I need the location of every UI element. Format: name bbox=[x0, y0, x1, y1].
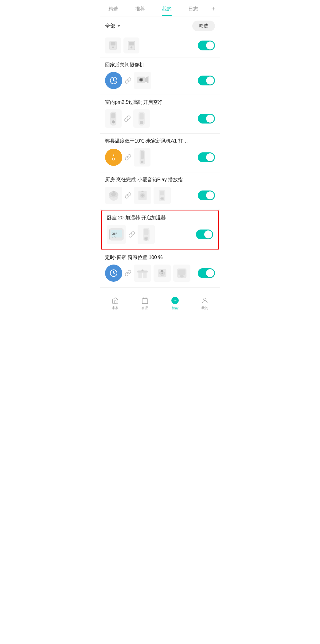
svg-line-49 bbox=[114, 273, 115, 274]
link-icon-6 bbox=[125, 270, 131, 277]
automation-row-3 bbox=[105, 148, 215, 167]
automation-toggle-4[interactable] bbox=[198, 190, 215, 200]
partial-automation-item bbox=[100, 35, 220, 57]
automation-toggle[interactable] bbox=[198, 41, 215, 50]
svg-rect-30 bbox=[113, 191, 115, 193]
svg-point-5 bbox=[131, 46, 132, 48]
svg-rect-17 bbox=[139, 113, 143, 120]
automation-row-4 bbox=[105, 187, 215, 204]
tab-jingxuan[interactable]: 精选 bbox=[100, 6, 127, 16]
tab-wode[interactable]: 我的 bbox=[153, 6, 180, 16]
device-list-2 bbox=[105, 109, 150, 128]
automation-item-2: 室内pm2.5过高时开启空净 bbox=[100, 95, 220, 134]
automation-title-1: 回家后关闭摄像机 bbox=[105, 62, 215, 68]
trigger-icon-clock-2 bbox=[105, 265, 122, 282]
device-air-purifier bbox=[133, 109, 150, 128]
automation-toggle-2[interactable] bbox=[198, 114, 215, 124]
svg-rect-60 bbox=[178, 269, 185, 275]
svg-point-29 bbox=[111, 193, 116, 196]
trigger-icon-clock bbox=[105, 72, 122, 89]
svg-point-25 bbox=[141, 161, 143, 163]
category-filter[interactable]: 全部 bbox=[105, 22, 120, 29]
svg-rect-56 bbox=[161, 270, 162, 272]
bottom-nav: 米家 有品 智能 我的 bbox=[100, 294, 220, 315]
svg-point-22 bbox=[113, 158, 115, 160]
tab-tuijian[interactable]: 推荐 bbox=[127, 6, 154, 16]
automation-title-3: 郸县温度低于10℃-米家新风机A1 打… bbox=[105, 138, 215, 144]
tab-rizhi[interactable]: 日志 bbox=[180, 6, 207, 16]
svg-rect-57 bbox=[162, 270, 163, 272]
device-ventilator bbox=[134, 148, 150, 167]
tab-add[interactable]: + bbox=[207, 5, 220, 17]
svg-point-58 bbox=[161, 272, 163, 274]
automation-item-4: 厨房 烹饪完成-小爱音箱Play 播放指… bbox=[100, 172, 220, 210]
svg-rect-63 bbox=[142, 299, 148, 304]
device-list-5: 26° 37% bbox=[107, 225, 155, 244]
device-temp-sensor: 26° 37% bbox=[107, 225, 126, 244]
svg-rect-4 bbox=[129, 42, 134, 45]
device-icon-2 bbox=[123, 37, 139, 53]
svg-rect-44 bbox=[144, 229, 148, 235]
automation-item-3: 郸县温度低于10℃-米家新风机A1 打… bbox=[100, 134, 220, 172]
automation-toggle-3[interactable] bbox=[198, 152, 215, 162]
home-icon bbox=[111, 296, 119, 304]
svg-point-33 bbox=[141, 194, 144, 197]
bnav-home[interactable]: 米家 bbox=[100, 296, 130, 310]
automation-toggle-6[interactable] bbox=[198, 268, 215, 278]
automation-title-4: 厨房 烹饪完成-小爱音箱Play 播放指… bbox=[105, 177, 215, 183]
svg-rect-14 bbox=[111, 113, 115, 119]
automation-item-5: 卧室 20-加湿器 开启加湿器 26° 37% bbox=[101, 210, 219, 250]
svg-point-66 bbox=[174, 300, 175, 301]
device-list-3 bbox=[105, 148, 150, 167]
svg-rect-51 bbox=[138, 273, 142, 278]
chevron-down-icon bbox=[117, 25, 120, 27]
filter-bar: 全部 筛选 bbox=[100, 17, 220, 35]
device-plug bbox=[154, 265, 171, 282]
bnav-profile[interactable]: 我的 bbox=[190, 296, 220, 310]
device-list-1 bbox=[105, 72, 151, 89]
device-speaker-1 bbox=[134, 187, 151, 204]
device-list bbox=[105, 37, 139, 53]
svg-rect-62 bbox=[114, 301, 116, 303]
automation-title-2: 室内pm2.5过高时开启空净 bbox=[105, 99, 215, 106]
svg-point-2 bbox=[112, 46, 114, 48]
smart-icon bbox=[171, 296, 179, 304]
link-icon-4 bbox=[125, 192, 131, 199]
automation-item-1: 回家后关闭摄像机 bbox=[100, 57, 220, 95]
bnav-shop[interactable]: 有品 bbox=[130, 296, 160, 310]
bnav-shop-label: 有品 bbox=[142, 306, 148, 310]
svg-marker-12 bbox=[145, 76, 149, 83]
automation-toggle-1[interactable] bbox=[198, 76, 215, 85]
filter-button[interactable]: 筛选 bbox=[192, 21, 215, 31]
svg-point-18 bbox=[140, 121, 143, 124]
automation-row-2 bbox=[105, 109, 215, 128]
automation-row-5: 26° 37% bbox=[107, 225, 213, 244]
bnav-smart[interactable]: 智能 bbox=[160, 296, 190, 310]
svg-rect-53 bbox=[142, 269, 144, 271]
svg-line-8 bbox=[114, 80, 115, 81]
device-camera bbox=[134, 72, 151, 89]
svg-rect-36 bbox=[160, 191, 164, 195]
link-icon-2 bbox=[124, 115, 131, 122]
shop-icon bbox=[141, 296, 149, 304]
svg-rect-52 bbox=[143, 273, 147, 278]
device-curtain bbox=[134, 265, 151, 282]
top-nav: 精选 推荐 我的 日志 + bbox=[100, 0, 220, 17]
device-air-sensor bbox=[105, 109, 122, 128]
bnav-smart-label: 智能 bbox=[172, 306, 178, 310]
profile-icon bbox=[201, 296, 209, 304]
device-list-4 bbox=[105, 187, 171, 204]
automation-toggle-5[interactable] bbox=[196, 230, 213, 239]
automation-row-6 bbox=[105, 265, 215, 282]
link-icon bbox=[125, 77, 131, 84]
svg-point-67 bbox=[204, 298, 206, 300]
svg-point-46 bbox=[145, 238, 147, 240]
link-icon-5 bbox=[128, 231, 135, 238]
device-rice-cooker bbox=[105, 187, 122, 204]
svg-rect-34 bbox=[142, 191, 144, 192]
device-misc bbox=[173, 265, 190, 282]
device-list-6 bbox=[105, 265, 190, 282]
trigger-icon-temp bbox=[105, 149, 122, 166]
device-speaker-2 bbox=[154, 187, 171, 204]
device-humidifier bbox=[138, 225, 155, 244]
